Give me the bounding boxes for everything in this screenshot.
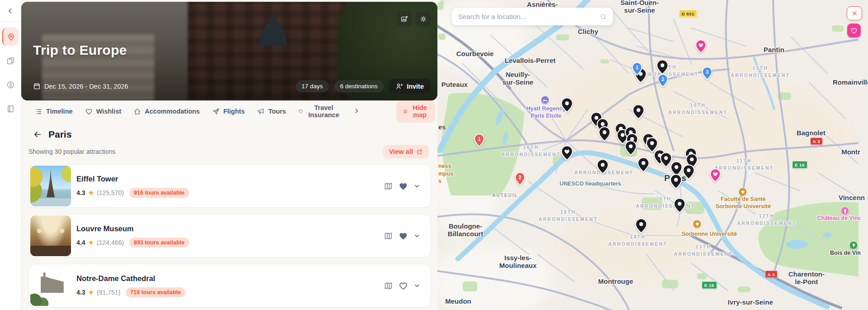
favorite-button[interactable]	[398, 281, 408, 291]
tab-label: Wishlist	[96, 108, 121, 115]
map-pin-attraction[interactable]	[625, 140, 637, 156]
attraction-review-count: (125,570)	[97, 189, 124, 196]
hide-map-label: Hide map	[411, 104, 428, 119]
close-icon	[851, 10, 858, 17]
svg-text:3: 3	[706, 69, 708, 75]
tab-label: Flights	[223, 108, 245, 115]
chevron-down-icon	[413, 282, 421, 289]
graduation-icon	[739, 188, 747, 196]
attraction-card[interactable]: Louvre Museum 4.4 ★ (124,466) 893 tours …	[28, 214, 431, 258]
map-pin-icon	[7, 33, 15, 41]
expand-button[interactable]	[413, 182, 421, 190]
map-pin-attraction[interactable]	[598, 126, 611, 142]
sidebar-item-trips[interactable]	[2, 28, 19, 46]
map-icon	[384, 281, 393, 291]
map-pin-attraction[interactable]	[683, 164, 695, 180]
map-pin-attraction[interactable]	[635, 218, 647, 234]
back-button[interactable]	[33, 130, 42, 139]
attraction-rating: 4.3	[76, 189, 85, 196]
star-icon: ★	[88, 238, 94, 247]
tab-flights[interactable]: Flights	[212, 108, 245, 115]
road-badge: E 15	[702, 281, 717, 289]
tab-travel-insurance[interactable]: Travel Insurance	[298, 104, 341, 119]
map-pin-attraction[interactable]	[656, 59, 669, 75]
tab-tours[interactable]: Tours	[257, 108, 286, 115]
attraction-rating: 4.3	[76, 289, 85, 296]
show-on-map-button[interactable]	[384, 231, 393, 241]
svg-text:2: 2	[518, 175, 521, 180]
show-on-map-button[interactable]	[384, 281, 393, 291]
tab-timeline[interactable]: Timeline	[35, 108, 73, 115]
tab-label: Accommodations	[145, 108, 200, 115]
map[interactable]: Asnières-Saint-Ouen-sur-SeineClichyCourb…	[437, 0, 868, 310]
map-pin-attraction[interactable]	[561, 97, 573, 113]
map-pin-attraction[interactable]	[674, 198, 686, 213]
expand-button[interactable]	[413, 232, 421, 239]
heart-icon	[85, 108, 93, 115]
more-tabs-button[interactable]	[353, 107, 360, 116]
copy-icon	[6, 57, 15, 65]
svg-text:1: 1	[478, 136, 480, 142]
close-map-button[interactable]	[847, 6, 862, 20]
chevron-down-icon	[413, 182, 421, 190]
heart-icon	[398, 281, 408, 291]
chevron-left-icon	[6, 7, 14, 15]
attraction-review-count: (124,466)	[97, 239, 124, 246]
sidebar-item-journal[interactable]	[2, 100, 19, 118]
map-pin-attraction[interactable]	[637, 157, 650, 172]
search-input[interactable]	[458, 13, 599, 20]
map-pin-numbered-red[interactable]: 2	[515, 172, 525, 186]
map-icon	[384, 231, 393, 241]
attraction-card[interactable]: Notre-Dame Cathedral 4.3 ★ (91,751) 718 …	[28, 264, 431, 307]
tours-available-badge: 916 tours available	[129, 188, 189, 198]
shield-icon	[298, 108, 303, 115]
invite-button[interactable]: Invite	[389, 79, 430, 94]
attraction-review-count: (91,751)	[97, 289, 120, 296]
castle-icon	[841, 207, 849, 215]
map-pin-wishlist[interactable]	[695, 39, 707, 53]
favorite-button[interactable]	[398, 231, 408, 241]
road-badge: A 3	[810, 138, 823, 145]
person-plus-icon	[395, 82, 403, 90]
map-pin-attraction[interactable]	[597, 159, 609, 174]
tab-label: Tours	[268, 108, 286, 115]
favorite-button[interactable]	[398, 181, 408, 191]
map-pin-attraction-favorite[interactable]	[561, 145, 573, 161]
map-favorites-button[interactable]	[847, 24, 861, 38]
map-pin-attraction[interactable]	[632, 104, 645, 119]
change-cover-button[interactable]	[397, 11, 412, 27]
tab-accommodations[interactable]: Accommodations	[133, 108, 200, 115]
megaphone-icon	[257, 108, 265, 115]
map-pin-numbered-red[interactable]: 1	[474, 134, 484, 147]
back-arrow-icon	[33, 130, 42, 139]
trip-destinations-badge: 6 destinations	[334, 80, 384, 92]
trip-planner-app: Trip to Europe Dec 15, 2026 - Dec 31, 20…	[0, 0, 868, 310]
trip-title: Trip to Europe	[33, 43, 127, 58]
trip-panel: Trip to Europe Dec 15, 2026 - Dec 31, 20…	[21, 0, 437, 310]
hero-image: Trip to Europe Dec 15, 2026 - Dec 31, 20…	[21, 2, 437, 100]
expand-button[interactable]	[413, 282, 421, 289]
list-icon	[35, 108, 43, 115]
map-pin-wishlist[interactable]	[710, 168, 721, 182]
attraction-name: Eiffel Tower	[76, 175, 384, 183]
map-pin-numbered-blue[interactable]: 1	[632, 62, 642, 76]
map-pin-numbered-blue[interactable]: 2	[658, 74, 668, 87]
sidebar-item-documents[interactable]	[2, 52, 19, 70]
show-on-map-button[interactable]	[384, 181, 393, 191]
search-icon	[599, 13, 607, 21]
hide-map-button[interactable]: Hide map	[396, 100, 435, 123]
road-badge: E 15	[792, 161, 807, 169]
collapse-sidebar-button[interactable]	[0, 0, 21, 22]
sidebar-item-budget[interactable]	[2, 76, 19, 94]
view-all-button[interactable]: View all	[383, 145, 429, 158]
map-pin-numbered-blue[interactable]: 3	[702, 67, 712, 80]
theme-button[interactable]	[416, 11, 431, 27]
view-all-label: View all	[389, 148, 413, 155]
image-add-icon	[400, 15, 408, 23]
attraction-name: Louvre Museum	[76, 224, 384, 233]
tab-wishlist[interactable]: Wishlist	[85, 108, 121, 115]
attractions-count-text: Showing 30 popular attractions	[28, 148, 115, 155]
map-search[interactable]	[452, 8, 613, 25]
map-pin-attraction[interactable]	[670, 174, 682, 189]
attraction-card[interactable]: Eiffel Tower 4.3 ★ (125,570) 916 tours a…	[28, 164, 431, 208]
